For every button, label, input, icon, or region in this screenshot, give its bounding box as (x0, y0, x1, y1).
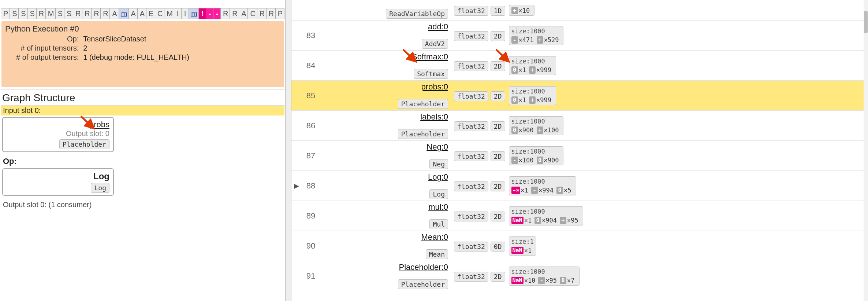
breadcrumb-item[interactable]: R (36, 8, 45, 19)
tensor-name-link[interactable]: probs:0 (320, 82, 448, 92)
breadcrumb-item[interactable]: S (64, 8, 73, 19)
breadcrumb-item[interactable]: - (206, 8, 213, 19)
dtype-chip: float32 (454, 121, 488, 131)
tensor-name-col: ReadVariableOp (320, 1, 452, 19)
breadcrumb-item[interactable]: R (220, 8, 230, 19)
breadcrumb-item[interactable]: P (275, 8, 284, 19)
op-type-chip[interactable]: Log (429, 189, 448, 199)
row-index: 86 (302, 121, 320, 131)
stats-chip: size:1000NaN×10-×950×7 (509, 267, 580, 286)
breadcrumb-item[interactable]: R (73, 8, 82, 19)
tensor-name-link[interactable]: Log:0 (320, 172, 448, 182)
tensor-row[interactable]: 86labels:0Placeholderfloat322Dsize:10000… (291, 111, 868, 141)
tensor-name-link[interactable]: Neg:0 (320, 142, 448, 152)
dtype-chip: float32 (454, 31, 488, 41)
tensor-row[interactable]: 90Mean:0Meanfloat320Dsize:1NaN×1 (291, 231, 868, 261)
tensor-row[interactable]: ReadVariableOpfloat321D+×10 (291, 0, 868, 21)
tensor-row[interactable]: 85probs:0Placeholderfloat322Dsize:10000×… (291, 81, 868, 111)
output-slot-label: Output slot 0: (1 consumer) (1, 199, 284, 210)
tensor-name-col: Neg:0Neg (320, 142, 452, 169)
breadcrumb-item[interactable]: R (257, 8, 266, 19)
stats-chip: size:10000×1+×999 (509, 86, 556, 105)
breadcrumb-item[interactable]: - (213, 8, 220, 19)
tensor-name-link[interactable]: Mean:0 (320, 232, 448, 242)
breadcrumb-item[interactable]: S (10, 8, 18, 19)
row-index: 84 (302, 61, 320, 70)
breadcrumb-item[interactable]: A (109, 8, 118, 19)
tensor-name-link[interactable]: Placeholder:0 (320, 263, 448, 272)
stat-count: ×1 (524, 217, 532, 224)
breadcrumb-item[interactable]: A (128, 8, 137, 19)
stat-tag-plus: + (529, 96, 536, 104)
breadcrumb-item[interactable]: S (55, 8, 64, 19)
breadcrumb-item[interactable]: C (247, 8, 257, 19)
op-chip[interactable]: Log (91, 183, 109, 193)
input-tensor-name[interactable]: probs (7, 120, 109, 129)
tensor-name-col: Mean:0Mean (320, 232, 452, 259)
stat-count: ×904 (542, 217, 557, 224)
op-type-chip[interactable]: AddV2 (422, 39, 448, 49)
breadcrumb-item[interactable]: C (155, 8, 164, 19)
op-type-chip[interactable]: ReadVariableOp (386, 9, 448, 19)
op-type-chip[interactable]: Placeholder (398, 129, 448, 139)
breadcrumb-item[interactable]: R (82, 8, 91, 19)
breadcrumb-item[interactable]: E (146, 8, 155, 19)
row-index: 85 (302, 91, 320, 100)
breadcrumb-item[interactable]: R (91, 8, 100, 19)
expand-toggle-icon[interactable]: ▶ (291, 182, 302, 190)
op-type-chip[interactable]: Placeholder (398, 279, 448, 289)
dims-chip: 2D (491, 121, 505, 131)
tensor-row[interactable]: 84Softmax:0Softmaxfloat322Dsize:10000×1+… (291, 51, 868, 81)
stat-tag-minus: - (511, 157, 518, 164)
tensor-name-link[interactable]: mul:0 (320, 202, 448, 212)
breadcrumb-item[interactable]: R (230, 8, 239, 19)
tensor-name-col: add:0AddV2 (320, 22, 452, 49)
breadcrumb-item[interactable]: m (119, 8, 128, 19)
op-type-chip[interactable]: Softmax (414, 69, 448, 79)
tensor-row[interactable]: ▶88Log:0Logfloat322Dsize:1000-∞×1-×9940×… (291, 171, 868, 201)
tensor-name-link[interactable]: Softmax:0 (320, 52, 448, 62)
breadcrumb-item[interactable]: R (100, 8, 109, 19)
op-box[interactable]: Log Log (2, 168, 114, 196)
op-type-chip[interactable]: Mul (429, 219, 448, 229)
breadcrumb-item[interactable]: m (189, 8, 198, 19)
breadcrumb-item[interactable]: I (181, 8, 189, 19)
breadcrumb-item[interactable]: I (174, 8, 181, 19)
execution-breadcrumb[interactable]: PSSSRMSSRRRRAmAAECMIIm!--RRACRRP (1, 8, 284, 19)
vertical-scrollbar[interactable] (864, 0, 868, 301)
tensor-row[interactable]: 91Placeholder:0Placeholderfloat322Dsize:… (291, 261, 868, 291)
stat-count: ×10 (524, 277, 536, 284)
stat-tag-zero: 0 (511, 96, 518, 104)
stat-tag-zero: 0 (560, 277, 566, 284)
breadcrumb-item[interactable]: S (18, 8, 27, 19)
execution-title: Python Execution #0 (5, 24, 280, 34)
stat-count: ×7 (567, 277, 574, 284)
panel-splitter[interactable] (286, 0, 291, 301)
tensor-row[interactable]: 83add:0AddV2float322Dsize:1000-×471+×529 (291, 21, 868, 51)
detail-value: 1 (debug mode: FULL_HEALTH) (81, 53, 191, 62)
tensor-row[interactable]: 87Neg:0Negfloat322Dsize:1000-×1000×900 (291, 141, 868, 171)
detail-key: Op: (5, 34, 81, 44)
breadcrumb-item[interactable]: M (45, 8, 55, 19)
op-name: Log (7, 171, 109, 181)
scrollbar-thumb[interactable] (864, 11, 868, 33)
op-type-chip[interactable]: Neg (429, 159, 448, 169)
input-slot-box[interactable]: probs Output slot: 0 Placeholder (2, 117, 114, 152)
breadcrumb-item[interactable]: S (27, 8, 36, 19)
detail-key: # of input tensors: (5, 44, 81, 53)
breadcrumb-item[interactable]: R (266, 8, 275, 19)
breadcrumb-item[interactable]: ! (198, 8, 206, 19)
input-op-chip[interactable]: Placeholder (59, 139, 109, 149)
op-type-chip[interactable]: Placeholder (398, 99, 448, 109)
tensor-name-link[interactable]: add:0 (320, 22, 448, 32)
stats-size: size:1000 (511, 178, 574, 186)
tensor-name-link[interactable]: labels:0 (320, 112, 448, 122)
breadcrumb-item[interactable]: A (137, 8, 146, 19)
stat-count: ×900 (519, 126, 534, 134)
op-type-chip[interactable]: Mean (426, 249, 448, 259)
dims-chip: 1D (491, 6, 505, 16)
tensor-row[interactable]: 89mul:0Mulfloat322Dsize:1000NaN×10×904+×… (291, 201, 868, 231)
breadcrumb-item[interactable]: M (164, 8, 174, 19)
breadcrumb-item[interactable]: A (239, 8, 247, 19)
breadcrumb-item[interactable]: P (1, 8, 10, 19)
